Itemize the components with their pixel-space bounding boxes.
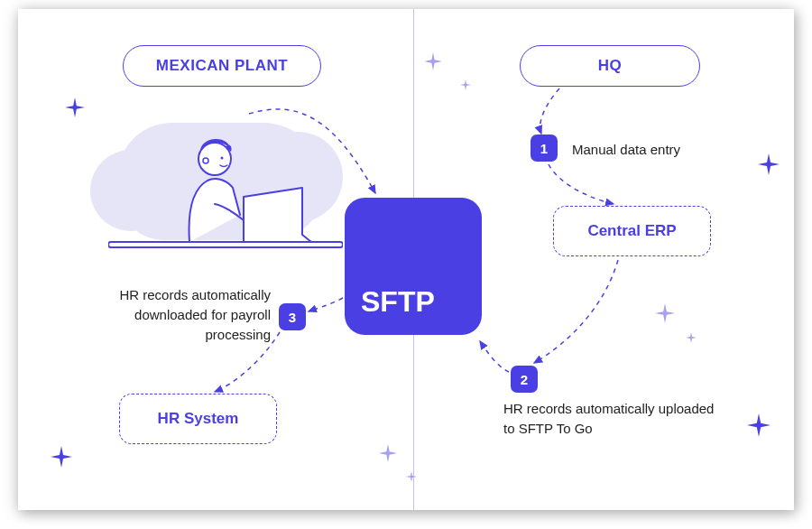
step-3-text: HR records automatically downloaded for … — [99, 285, 271, 344]
person-at-laptop-illustration — [81, 107, 352, 269]
step-1-text: Manual data entry — [572, 140, 680, 160]
diagram-canvas: MEXICAN PLANT HQ SFTP — [18, 9, 794, 510]
sparkle-icon — [460, 79, 471, 90]
sparkle-icon — [686, 332, 697, 343]
step-2-text: HR records automatically uploaded to SFT… — [503, 399, 720, 439]
person-laptop-icon — [108, 116, 343, 269]
hr-system-box: HR System — [119, 394, 277, 444]
sftp-block: SFTP — [345, 198, 482, 335]
svg-point-4 — [221, 157, 224, 160]
mexican-plant-title: MEXICAN PLANT — [123, 45, 321, 87]
sparkle-icon — [758, 153, 780, 175]
svg-point-3 — [203, 158, 208, 163]
central-erp-box: Central ERP — [553, 206, 711, 256]
step-badge-3: 3 — [279, 303, 306, 330]
sparkle-icon — [65, 97, 85, 117]
hq-title: HQ — [520, 45, 700, 87]
step-badge-1: 1 — [531, 135, 558, 162]
sparkle-icon — [747, 413, 770, 437]
sparkle-icon — [424, 52, 442, 70]
sparkle-icon — [655, 303, 675, 323]
step-badge-2: 2 — [511, 366, 538, 393]
sparkle-icon — [51, 446, 72, 468]
sftp-label: SFTP — [361, 285, 435, 319]
sparkle-icon — [406, 471, 417, 482]
sparkle-icon — [379, 444, 397, 462]
